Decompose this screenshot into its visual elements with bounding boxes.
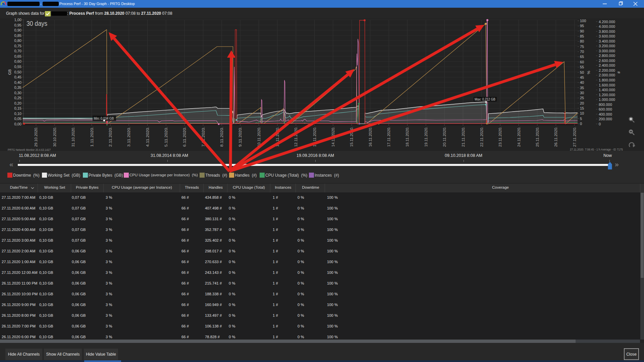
svg-text:75: 75 [580, 45, 584, 49]
svg-text:23.11.2020.: 23.11.2020. [498, 127, 502, 147]
svg-text:0,25: 0,25 [14, 96, 21, 100]
svg-text:3.000.000: 3.000.000 [599, 49, 615, 53]
svg-text:13.11.2020.: 13.11.2020. [313, 127, 317, 147]
svg-text:0,85: 0,85 [14, 34, 21, 38]
svg-text:3.200.000: 3.200.000 [599, 44, 615, 48]
svg-text:85: 85 [580, 34, 584, 38]
svg-text:10.11.2020.: 10.11.2020. [257, 127, 261, 147]
svg-text:6.11.2020.: 6.11.2020. [182, 127, 186, 147]
svg-text:3.400.000: 3.400.000 [599, 39, 615, 43]
svg-text:Min: 0,034 GB: Min: 0,034 GB [94, 116, 114, 120]
svg-text:30.10.2020.: 30.10.2020. [53, 127, 57, 147]
svg-text:600.000: 600.000 [599, 107, 612, 111]
svg-text:400.000: 400.000 [599, 112, 612, 116]
svg-text:21.11.2020.: 21.11.2020. [461, 127, 465, 147]
svg-text:4.11.2020.: 4.11.2020. [146, 127, 150, 147]
svg-text:35: 35 [580, 86, 584, 90]
svg-text:20: 20 [580, 101, 584, 105]
svg-text:0,10: 0,10 [14, 112, 21, 116]
svg-text:5.11.2020.: 5.11.2020. [164, 127, 168, 147]
svg-text:100: 100 [580, 19, 586, 23]
svg-text:80: 80 [580, 39, 584, 43]
svg-text:26.11.2020.: 26.11.2020. [554, 127, 558, 147]
svg-text:31.10.2020.: 31.10.2020. [71, 127, 75, 147]
svg-text:1.600.000: 1.600.000 [599, 83, 615, 87]
svg-text:%: % [587, 71, 591, 74]
svg-text:0,75: 0,75 [14, 44, 21, 48]
svg-text:1.000.000: 1.000.000 [599, 98, 615, 102]
svg-text:0,65: 0,65 [14, 54, 21, 58]
svg-text:0,20: 0,20 [14, 101, 21, 105]
svg-text:25.11.2020.: 25.11.2020. [535, 127, 539, 147]
svg-text:20.11.2020.: 20.11.2020. [442, 127, 446, 147]
svg-text:0,35: 0,35 [14, 85, 21, 89]
svg-text:0,70: 0,70 [14, 49, 21, 53]
svg-text:11.11.2020.: 11.11.2020. [275, 127, 279, 147]
svg-text:15: 15 [580, 106, 584, 110]
svg-text:30: 30 [580, 91, 584, 95]
svg-text:90: 90 [580, 29, 584, 33]
svg-text:65: 65 [580, 55, 584, 59]
svg-text:27.11.2020.: 27.11.2020. [573, 127, 577, 147]
svg-text:2.200.000: 2.200.000 [599, 68, 615, 72]
svg-text:25: 25 [580, 96, 584, 100]
svg-text:Max: 0,212 GB: Max: 0,212 GB [475, 97, 495, 101]
svg-text:70: 70 [580, 50, 584, 54]
svg-text:0,55: 0,55 [14, 65, 21, 69]
svg-text:0,15: 0,15 [14, 106, 21, 110]
svg-text:3.800.000: 3.800.000 [599, 29, 615, 34]
svg-text:2.000.000: 2.000.000 [599, 73, 615, 77]
svg-text:0,40: 0,40 [14, 80, 21, 84]
svg-text:#: # [617, 71, 621, 73]
svg-text:2.800.000: 2.800.000 [599, 54, 615, 58]
svg-text:0,95: 0,95 [14, 23, 21, 27]
svg-text:0,90: 0,90 [14, 28, 21, 32]
svg-text:95: 95 [580, 24, 584, 28]
svg-text:3.600.000: 3.600.000 [599, 34, 615, 38]
svg-text:0: 0 [599, 122, 601, 126]
svg-text:1.800.000: 1.800.000 [599, 78, 615, 82]
svg-text:0,05: 0,05 [14, 117, 21, 121]
svg-text:18.11.2020.: 18.11.2020. [405, 127, 409, 147]
svg-text:4.200.000: 4.200.000 [599, 20, 615, 24]
svg-text:60: 60 [580, 60, 584, 64]
svg-text:7.11.2020.: 7.11.2020. [201, 127, 205, 147]
svg-text:4.000.000: 4.000.000 [599, 24, 615, 28]
svg-text:0,80: 0,80 [14, 39, 21, 43]
svg-text:200.000: 200.000 [599, 117, 612, 121]
svg-text:GB: GB [8, 69, 12, 75]
svg-text:50: 50 [580, 70, 584, 74]
svg-text:1.400.000: 1.400.000 [599, 88, 615, 92]
svg-text:40: 40 [580, 80, 584, 84]
svg-text:10: 10 [580, 111, 584, 115]
svg-text:0,30: 0,30 [14, 91, 21, 95]
svg-text:17.11.2020.: 17.11.2020. [387, 127, 391, 147]
svg-text:45: 45 [580, 75, 584, 79]
svg-text:22.11.2020.: 22.11.2020. [480, 127, 484, 147]
svg-text:2.11.2020.: 2.11.2020. [108, 127, 112, 147]
svg-text:15.11.2020.: 15.11.2020. [350, 127, 354, 147]
svg-text:29.10.2020.: 29.10.2020. [34, 127, 38, 147]
svg-text:2.600.000: 2.600.000 [599, 59, 615, 63]
svg-text:0,00: 0,00 [14, 122, 21, 126]
svg-text:800.000: 800.000 [599, 103, 612, 107]
svg-text:24.11.2020.: 24.11.2020. [517, 127, 521, 147]
svg-text:14.11.2020.: 14.11.2020. [331, 127, 335, 147]
svg-text:0,45: 0,45 [14, 75, 21, 79]
svg-text:55: 55 [580, 65, 584, 69]
svg-text:30 days: 30 days [26, 20, 47, 27]
svg-text:3.11.2020.: 3.11.2020. [127, 127, 131, 147]
svg-text:19.11.2020.: 19.11.2020. [424, 127, 428, 147]
svg-text:1.11.2020.: 1.11.2020. [90, 127, 94, 147]
svg-text:0: 0 [580, 122, 582, 126]
svg-text:9.11.2020.: 9.11.2020. [238, 127, 242, 147]
svg-text:16.11.2020.: 16.11.2020. [368, 127, 372, 147]
svg-text:0,50: 0,50 [14, 70, 21, 74]
svg-text:8.11.2020.: 8.11.2020. [220, 127, 224, 147]
svg-text:1.200.000: 1.200.000 [599, 93, 615, 97]
svg-text:2.400.000: 2.400.000 [599, 63, 615, 67]
svg-text:5: 5 [580, 117, 582, 121]
svg-text:12.11.2020.: 12.11.2020. [294, 127, 298, 147]
svg-text:0,60: 0,60 [14, 59, 21, 63]
